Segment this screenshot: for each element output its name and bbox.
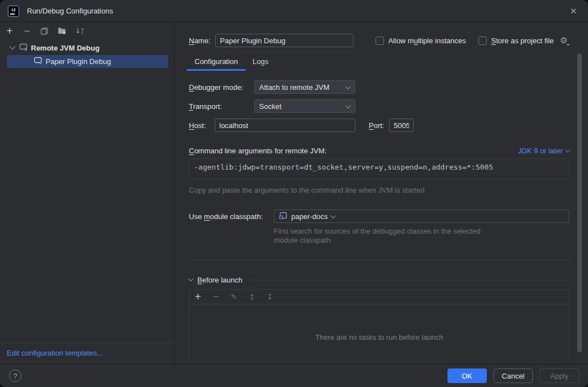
remove-task-icon[interactable]: − <box>211 292 221 302</box>
before-launch-header[interactable]: Before launch <box>189 276 569 284</box>
port-input[interactable] <box>389 119 414 132</box>
add-task-icon[interactable]: + <box>193 292 203 302</box>
chevron-down-icon[interactable] <box>9 43 15 49</box>
tree-item-label: Paper Plugin Debug <box>46 57 111 66</box>
chevron-down-icon <box>331 213 336 218</box>
tree-item-paper-plugin-debug[interactable]: Paper Plugin Debug <box>7 55 168 68</box>
configurations-sidebar: + − ↓ a <box>0 22 174 364</box>
tab-configuration[interactable]: Configuration <box>189 57 243 71</box>
before-launch-label: Before launch <box>197 276 242 284</box>
debugger-mode-label: Debugger mode: <box>189 83 254 92</box>
sidebar-toolbar: + − ↓ a <box>0 22 174 38</box>
checkbox-icon[interactable] <box>478 37 487 45</box>
configurations-tree: Remote JVM Debug Paper Plugin Debug <box>0 38 174 343</box>
logo-text: IJ <box>12 8 16 12</box>
help-icon[interactable]: ? <box>9 370 21 382</box>
remote-debug-config-icon <box>34 56 43 67</box>
checkbox-label: Allow multiple instances <box>388 37 466 45</box>
name-row: Name: Allow multiple instances Store as … <box>189 34 569 47</box>
host-label: Host: <box>189 121 215 130</box>
add-icon[interactable]: + <box>4 26 15 36</box>
title-bar: IJ Run/Debug Configurations ✕ <box>0 0 588 22</box>
dialog-body: + − ↓ a <box>0 22 588 364</box>
debugger-mode-select[interactable]: Attach to remote JVM <box>254 80 355 94</box>
chevron-down-icon <box>566 148 570 152</box>
configuration-form: Debugger mode: Attach to remote JVM Tran… <box>189 80 569 364</box>
transport-label: Transport: <box>189 102 254 111</box>
cancel-button[interactable]: Cancel <box>494 368 533 383</box>
chevron-down-icon <box>346 84 351 89</box>
editor-tabs: Configuration Logs <box>189 57 569 71</box>
tab-logs[interactable]: Logs <box>247 57 274 71</box>
intellij-logo-icon: IJ <box>8 6 19 17</box>
configuration-editor: Name: Allow multiple instances Store as … <box>174 22 588 364</box>
dialog-title: Run/Debug Configurations <box>27 7 113 15</box>
move-down-icon[interactable]: ↧ <box>265 292 275 302</box>
checkbox-icon[interactable] <box>376 37 384 45</box>
edit-configuration-templates-link[interactable]: Edit configuration templates... <box>7 349 103 357</box>
close-icon[interactable]: ✕ <box>567 4 580 18</box>
cmdline-help-text: Copy and paste the arguments to the comm… <box>189 186 569 194</box>
cmdline-args-field[interactable]: -agentlib:jdwp=transport=dt_socket,serve… <box>189 158 569 180</box>
store-settings-gear-icon[interactable]: ⚙ <box>558 35 569 46</box>
transport-row: Transport: Socket <box>189 99 569 113</box>
before-launch-toolbar: + − ✎ ↥ ↧ <box>189 290 569 304</box>
section-divider <box>189 259 569 260</box>
name-label: Name: <box>189 37 210 45</box>
chevron-down-icon <box>346 103 351 108</box>
name-input[interactable] <box>215 34 354 47</box>
tree-item-remote-jvm-debug[interactable]: Remote JVM Debug <box>7 42 168 54</box>
module-classpath-label: Use module classpath: <box>189 212 274 221</box>
checkbox-label: Store as project file <box>491 37 554 45</box>
cmdline-label-row: Command line arguments for remote JVM: J… <box>189 147 569 155</box>
vertical-scrollbar[interactable] <box>577 53 582 352</box>
module-classpath-select[interactable]: paper-docs <box>274 210 569 223</box>
new-folder-icon[interactable] <box>57 26 67 36</box>
before-launch-tasks-panel: + − ✎ ↥ ↧ There are no tasks to run befo… <box>189 289 569 364</box>
module-classpath-help: First search for sources of the debugged… <box>274 227 569 245</box>
module-icon <box>279 211 288 222</box>
run-debug-configurations-dialog: IJ Run/Debug Configurations ✕ + − <box>0 0 588 387</box>
store-as-project-file-checkbox[interactable]: Store as project file ⚙ <box>478 35 569 46</box>
host-input[interactable] <box>215 119 355 132</box>
cmdline-args-label: Command line arguments for remote JVM: <box>189 147 327 155</box>
apply-button: Apply <box>540 368 579 383</box>
debugger-mode-row: Debugger mode: Attach to remote JVM <box>189 80 569 94</box>
remove-icon[interactable]: − <box>22 26 32 36</box>
edit-task-icon[interactable]: ✎ <box>229 292 239 302</box>
transport-select[interactable]: Socket <box>254 99 355 113</box>
module-classpath-row: Use module classpath: paper-docs <box>189 210 569 223</box>
sort-icon[interactable]: ↓ a z <box>74 26 84 36</box>
allow-multiple-instances-checkbox[interactable]: Allow multiple instances <box>376 37 466 45</box>
copy-icon[interactable] <box>39 26 49 36</box>
host-port-row: Host: Port: <box>189 119 569 132</box>
remote-debug-config-icon <box>19 43 28 53</box>
tree-item-label: Remote JVM Debug <box>31 44 99 52</box>
ok-button[interactable]: OK <box>447 368 487 383</box>
no-tasks-message: There are no tasks to run before launch <box>189 304 569 364</box>
dialog-footer: ? OK Cancel Apply <box>0 364 588 387</box>
move-up-icon[interactable]: ↥ <box>247 292 257 302</box>
jdk-version-dropdown[interactable]: JDK 9 or later <box>518 147 569 155</box>
port-label: Port: <box>369 121 384 130</box>
chevron-down-icon[interactable] <box>188 276 194 281</box>
edit-templates-row: Edit configuration templates... <box>0 343 174 364</box>
